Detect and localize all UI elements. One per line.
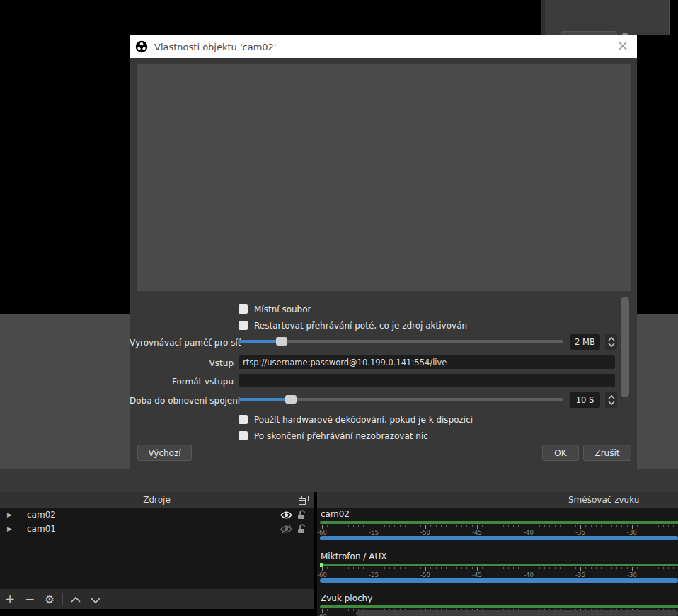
meter-tick [430,525,431,527]
meter-tick-label: -60 [317,613,327,616]
slider-track[interactable] [239,340,563,343]
reconnect-spinner[interactable] [605,392,617,408]
input-format-field[interactable] [239,374,615,387]
meter-tick [611,567,612,569]
checkbox-label: Restartovat přehrávání poté, co je zdroj… [254,321,467,331]
meter-tick [575,567,576,569]
meter-tick [575,525,576,527]
meter-tick [621,525,622,527]
source-name: cam01 [27,524,56,534]
meter-tick [446,525,447,527]
meter-tick [327,525,328,527]
lock-open-icon[interactable] [294,524,309,534]
checkbox-hw-decode[interactable]: Použít hardwarové dekódování, pokud je k… [239,414,473,425]
mixer-horizontal-scrollbar[interactable] [356,610,678,616]
meter-tick [668,525,669,527]
mixer-channel: Miktrofon / AUX-60-55-50-45-40-35-30 [317,552,678,594]
dialog-scrollbar-thumb[interactable] [621,297,629,397]
buffer-label: Vyrovnávací paměť pro síť [130,338,234,348]
volume-meter [320,605,678,608]
volume-meter [320,521,678,524]
meter-tick [555,567,556,569]
input-field[interactable] [239,355,615,369]
checkbox-box[interactable] [239,415,248,424]
meter-tick [493,567,493,569]
reconnect-slider[interactable] [239,395,563,404]
eye-icon[interactable] [278,511,294,520]
source-properties-gear-icon[interactable]: ⚙ [40,593,59,606]
ok-button[interactable]: OK [542,445,579,461]
mixer-dock-header[interactable]: Směšovač zvuku [317,492,678,508]
meter-tick [549,525,550,527]
meter-tick [358,525,359,527]
volume-slider[interactable] [320,536,678,540]
meter-tick [389,567,390,569]
buffer-slider[interactable] [239,337,563,346]
meter-tick [343,609,343,611]
add-source-icon[interactable]: + [0,592,20,606]
meter-tick [549,567,550,569]
meter-tick [327,609,328,611]
lock-open-icon[interactable] [294,510,309,520]
meter-tick [591,567,592,569]
meter-tick [333,609,333,611]
meter-tick [461,567,462,569]
volume-slider[interactable] [320,578,678,583]
checkbox-hide-when-ended[interactable]: Po skončení přehrávání nezobrazovat nic [239,430,428,441]
meter-tick [482,525,483,527]
properties-dialog: Vlastnosti objektu 'cam02' × Místní soub… [130,35,637,469]
checkbox-label: Po skončení přehrávání nezobrazovat nic [254,431,428,441]
input-label: Vstup [130,358,234,368]
mixer-channel-name: Miktrofon / AUX [321,552,386,561]
move-down-icon[interactable] [86,592,105,606]
buffer-spinner[interactable] [605,334,617,350]
checkbox-box[interactable] [239,431,248,440]
meter-tick [369,525,369,527]
meter-tick [338,525,338,527]
expand-triangle-icon[interactable]: ▶ [4,511,23,518]
checkbox-box[interactable] [239,304,248,314]
meter-tick [446,567,447,569]
checkbox-box[interactable] [239,321,248,330]
slider-handle[interactable] [276,337,287,346]
slider-fill [239,340,280,343]
meter-tick [405,567,406,569]
meter-tick [616,567,617,569]
meter-tick [503,525,504,527]
meter-tick [400,567,401,569]
dialog-titlebar[interactable]: Vlastnosti objektu 'cam02' × [130,35,637,58]
source-row[interactable]: ▶cam01 [0,522,314,536]
eye-off-icon[interactable] [278,525,294,534]
meter-tick [472,525,473,527]
remove-source-icon[interactable]: − [20,592,40,606]
screen: Vlastnosti objektu 'cam02' × Místní soub… [0,0,678,616]
close-icon[interactable]: × [617,38,628,53]
meter-tick [353,567,354,569]
slider-handle[interactable] [285,395,297,404]
meter-tick [627,567,628,569]
move-up-icon[interactable] [66,592,86,606]
meter-tick-label: -35 [575,571,585,578]
meter-tick [333,525,333,527]
meter-tick [348,525,349,527]
popout-icon[interactable] [298,495,309,505]
meter-tick [394,567,395,569]
meter-tick [653,567,653,569]
meter-tick [658,567,659,569]
checkbox-restart-playback[interactable]: Restartovat přehrávání poté, co je zdroj… [239,320,467,331]
source-row[interactable]: ▶cam02 [0,508,314,522]
meter-tick [539,567,540,569]
meter-tick [488,525,488,527]
meter-tick [601,567,602,569]
expand-triangle-icon[interactable]: ▶ [4,525,23,532]
meter-tick [607,525,607,527]
checkbox-local-file[interactable]: Místní soubor [239,304,311,314]
meter-tick [570,567,570,569]
meter-tick [648,525,648,527]
sources-dock-header[interactable]: Zdroje [0,492,314,508]
meter-tick [379,567,379,569]
reconnect-value[interactable]: 10 S [570,392,600,408]
buffer-value[interactable]: 2 MB [570,334,600,350]
cancel-button[interactable]: Zrušit [583,445,631,461]
default-button[interactable]: Výchozí [137,445,192,461]
